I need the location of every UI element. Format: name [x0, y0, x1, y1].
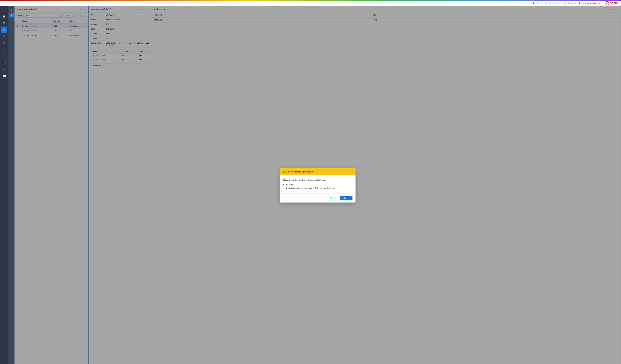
share-icon[interactable]: ⇧ [529, 2, 531, 4]
show-list-chevron-icon: ∧ [283, 183, 285, 186]
top-bar: ⇧ 📞 ⬜ § 🔔 📁 Subscription 🖥 IoT Manager 👤… [0, 0, 621, 6]
user-label[interactable]: 👤 John.Doe@domain.com [579, 2, 601, 4]
content-area: Software modules i − ⤢ 3 items 🔍 ▽ Filte… [15, 6, 621, 364]
subscription-icon: 📁 [549, 2, 551, 4]
sidebar2-grid[interactable]: ⊞ [9, 13, 14, 17]
delete-modal: ⚠ Delete software module? ✕ This action … [280, 168, 356, 203]
modal-overlay[interactable]: ⚠ Delete software module? ✕ This action … [15, 6, 621, 364]
sidebar2: 🔒 ⊞ ⚙ [8, 6, 15, 364]
subscription-label[interactable]: 📁 Subscription [549, 2, 562, 4]
modal-title: ⚠ Delete software module? [283, 170, 313, 173]
sidebar-settings[interactable]: ⚙ [1, 33, 7, 39]
sidebar-download[interactable]: ↓ [1, 53, 7, 59]
phone-icon[interactable]: 📞 [533, 2, 535, 4]
menu-icon[interactable]: ☰ [1, 7, 7, 13]
modal-header: ⚠ Delete software module? ✕ [280, 168, 356, 175]
brand: ⊙ BOSCH [605, 1, 619, 5]
sidebar-home[interactable]: 🏠 [1, 13, 7, 19]
sidebar-modules[interactable]: ⊞ [1, 27, 7, 32]
sidebar-code[interactable]: </> [1, 60, 7, 66]
sidebar-layers[interactable]: ≡ [1, 47, 7, 52]
sidebar2-lock[interactable]: 🔒 [9, 7, 14, 12]
user-icon: 👤 [579, 2, 581, 4]
dollar-icon[interactable]: § [542, 2, 543, 4]
modal-description: This action will delete the software mod… [283, 179, 352, 181]
module-list-item: ■ Software Module 1 (version: 1.0.0, typ… [283, 187, 352, 189]
brand-circle: ⊙ [605, 1, 609, 5]
sidebar-config[interactable]: ⚙ [1, 66, 7, 72]
module-bullet-icon: ■ [286, 187, 287, 189]
browser-icon[interactable]: ⬜ [537, 2, 539, 4]
show-list-toggle[interactable]: ∧ Show list [283, 183, 352, 186]
brand-name: BOSCH [610, 2, 619, 5]
main-layout: ☰ 🏠 🔍 ⊞ ⚙ ◎ ≡ ↓ </> ⚙ 📊 🔒 ⊞ ⚙ Software m… [0, 6, 621, 364]
modal-close-button[interactable]: ✕ [351, 170, 353, 173]
sidebar-search[interactable]: 🔍 [1, 20, 7, 26]
modal-body: This action will delete the software mod… [280, 175, 356, 193]
sidebar2-gear[interactable]: ⚙ [9, 18, 14, 23]
modal-footer: Delete Cancel [280, 193, 356, 203]
sidebar-target[interactable]: ◎ [1, 40, 7, 46]
warning-icon: ⚠ [283, 170, 285, 173]
sidebar-chart[interactable]: 📊 [1, 73, 7, 79]
bell-icon[interactable]: 🔔 [545, 2, 547, 4]
iot-label[interactable]: 🖥 IoT Manager [564, 2, 577, 4]
sidebar: ☰ 🏠 🔍 ⊞ ⚙ ◎ ≡ ↓ </> ⚙ 📊 [0, 6, 8, 364]
cancel-button[interactable]: Cancel [340, 196, 352, 200]
delete-button[interactable]: Delete [327, 196, 339, 200]
iot-icon: 🖥 [564, 2, 566, 4]
topbar-icons: ⇧ 📞 ⬜ § 🔔 📁 Subscription 🖥 IoT Manager 👤… [529, 2, 601, 4]
